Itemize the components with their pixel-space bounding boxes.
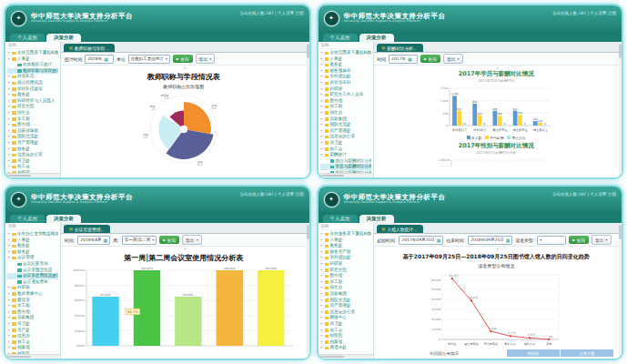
sidebar-horizontal-scrollbar[interactable] xyxy=(319,354,373,359)
document-tab[interactable]: ▤ 入馆人数统计... xyxy=(377,225,423,233)
sidebar-item[interactable]: +教务处 xyxy=(320,62,371,68)
tree-toggle-icon[interactable]: + xyxy=(7,50,11,56)
sidebar-item[interactable]: +会议管理 xyxy=(7,255,58,261)
tree-toggle-icon[interactable]: + xyxy=(7,249,11,256)
tree-toggle-icon[interactable]: + xyxy=(7,158,11,165)
sidebar-item[interactable]: 会议室预定情况 xyxy=(7,268,58,274)
tree-toggle-icon[interactable]: + xyxy=(7,345,11,351)
sidebar-item[interactable]: +资产管理处 xyxy=(320,303,371,309)
sidebar-item[interactable]: +人事处 xyxy=(320,238,371,244)
tree-toggle-icon[interactable]: + xyxy=(320,50,324,56)
tree-toggle-icon[interactable]: + xyxy=(7,116,11,123)
export-button[interactable]: 导出▾ xyxy=(592,235,612,245)
tree-toggle-icon[interactable]: + xyxy=(320,98,324,105)
sidebar-item[interactable]: +督导室 xyxy=(7,298,58,304)
search-button[interactable]: ▶查询 xyxy=(420,55,440,63)
tree-toggle-icon[interactable]: + xyxy=(320,92,324,98)
tree-toggle-icon[interactable]: + xyxy=(320,56,324,63)
sidebar-item[interactable]: +教务处 xyxy=(320,243,371,249)
sidebar-item[interactable]: 学历与薪酬对比分析 xyxy=(320,164,371,170)
sidebar-item[interactable]: +校工会 xyxy=(320,147,371,153)
tree-toggle-icon[interactable]: + xyxy=(320,243,324,249)
date-input[interactable]: 2017年▦ xyxy=(389,55,418,64)
sidebar-item[interactable]: +国际交流处 xyxy=(320,298,371,304)
export-button[interactable]: 导出▾ xyxy=(182,235,202,245)
tree-toggle-icon[interactable]: + xyxy=(320,268,324,274)
tree-toggle-icon[interactable]: + xyxy=(320,345,324,351)
tree-toggle-icon[interactable]: + xyxy=(320,291,324,298)
tree-toggle-icon[interactable]: + xyxy=(7,291,11,298)
tree-toggle-icon[interactable]: + xyxy=(7,328,11,334)
vertical-scrollbar[interactable] xyxy=(619,223,622,359)
sidebar-item[interactable]: +财务处 xyxy=(7,249,58,256)
tree-toggle-icon[interactable]: + xyxy=(7,98,11,105)
export-button[interactable]: 导出▾ xyxy=(443,54,463,64)
sidebar-item[interactable]: +校工会 xyxy=(7,339,58,346)
sidebar-item[interactable]: 会议纪要查询 xyxy=(7,261,58,268)
vertical-scrollbar[interactable] xyxy=(307,223,309,359)
sidebar-item[interactable]: +信息化办公室 xyxy=(7,152,58,158)
tree-toggle-icon[interactable]: + xyxy=(7,309,11,316)
sidebar-item[interactable]: +学科规划处 xyxy=(320,74,371,80)
calendar-icon[interactable]: ▦ xyxy=(408,56,412,62)
footer-header-cell[interactable]: 时间段 xyxy=(507,349,560,357)
tree-toggle-icon[interactable]: + xyxy=(7,255,11,261)
tree-toggle-icon[interactable]: + xyxy=(320,128,324,135)
sidebar-item[interactable]: +图书馆 xyxy=(7,309,58,316)
sidebar-item[interactable]: +全校办公支撑数据概览 xyxy=(7,231,58,238)
document-tab[interactable]: ▤ 薪酬对比分析... xyxy=(377,44,423,52)
tree-toggle-icon[interactable]: + xyxy=(7,238,11,244)
sidebar-item[interactable]: 岗位与薪酬对比分析 xyxy=(320,158,371,165)
tree-toggle-icon[interactable]: + xyxy=(7,122,11,128)
nav-tab-analysis[interactable]: 决策分析 xyxy=(359,215,394,224)
vertical-scrollbar[interactable] xyxy=(619,42,622,177)
sidebar-item[interactable]: +科研部 xyxy=(7,285,58,291)
sidebar-item[interactable]: +财务资产部 xyxy=(320,249,371,256)
tree-toggle-icon[interactable]: + xyxy=(7,298,11,304)
tree-toggle-icon[interactable]: + xyxy=(320,116,324,123)
tree-toggle-icon[interactable]: + xyxy=(320,339,324,346)
legend-item[interactable]: 博士占比 xyxy=(507,136,525,140)
tree-toggle-icon[interactable]: + xyxy=(7,315,11,321)
sidebar-item[interactable]: +保卫处 xyxy=(320,140,371,147)
sidebar-item[interactable]: +岗位聘用情况 xyxy=(7,80,58,86)
tree-toggle-icon[interactable]: + xyxy=(320,110,324,116)
tree-toggle-icon[interactable]: + xyxy=(320,273,324,279)
tree-toggle-icon[interactable]: + xyxy=(7,134,11,140)
sidebar-item[interactable]: 会议室使用情况统计 xyxy=(7,273,58,279)
tree-toggle-icon[interactable]: + xyxy=(7,80,11,86)
scrollbar-thumb[interactable] xyxy=(619,225,622,239)
tree-toggle-icon[interactable]: + xyxy=(320,303,324,309)
tree-toggle-icon[interactable]: + xyxy=(320,298,324,304)
sidebar-item[interactable]: +保卫处 xyxy=(320,321,371,328)
export-button[interactable]: 导出▾ xyxy=(196,54,216,64)
tree-toggle-icon[interactable]: + xyxy=(320,279,324,286)
sidebar-item[interactable]: +全校服务及下属机构数据概览 xyxy=(320,231,371,238)
scrollbar-thumb[interactable] xyxy=(619,44,622,58)
sidebar-item[interactable]: +保卫处 xyxy=(7,158,58,165)
nav-tab-analysis[interactable]: 决策分析 xyxy=(46,215,81,224)
sidebar-item[interactable]: +资产管理处 xyxy=(7,140,58,147)
sidebar-horizontal-scrollbar[interactable] xyxy=(319,173,373,177)
legend-item[interactable]: 总人数 xyxy=(467,136,481,140)
sidebar-item[interactable]: +离退休处 xyxy=(320,345,371,351)
sidebar-item[interactable]: +图书馆 xyxy=(320,273,371,279)
nav-tab-desktop[interactable]: 个人桌面 xyxy=(10,34,45,43)
sidebar-item[interactable]: +档案馆 xyxy=(320,339,371,346)
sidebar-item[interactable]: +信息化办公室 xyxy=(320,309,371,316)
sidebar-item[interactable]: +研究生院 xyxy=(7,104,58,110)
header-meta[interactable]: 当前在线人数:287 | 个人设置 注销 xyxy=(552,192,616,197)
sidebar-item[interactable]: +全校范围及下属机构数据概览 xyxy=(320,50,371,56)
tree-toggle-icon[interactable]: + xyxy=(320,80,324,86)
sidebar-item[interactable]: +图书馆 xyxy=(320,98,371,105)
tree-toggle-icon[interactable]: + xyxy=(7,339,11,346)
sidebar-item[interactable]: +招生办 xyxy=(7,110,58,116)
tree-toggle-icon[interactable]: + xyxy=(320,104,324,110)
sidebar-item[interactable]: +研究生工作人员库 xyxy=(320,92,371,98)
sidebar-item[interactable]: +学工部 xyxy=(7,116,58,123)
sidebar-item[interactable]: +科研经费与人员投入 xyxy=(7,98,58,105)
tree-toggle-icon[interactable]: + xyxy=(320,147,324,153)
tree-toggle-icon[interactable]: + xyxy=(7,147,11,153)
header-meta[interactable]: 当前在线人数:287 | 个人设置 注销 xyxy=(240,11,304,15)
sidebar-item[interactable]: +图书馆 xyxy=(7,122,58,128)
